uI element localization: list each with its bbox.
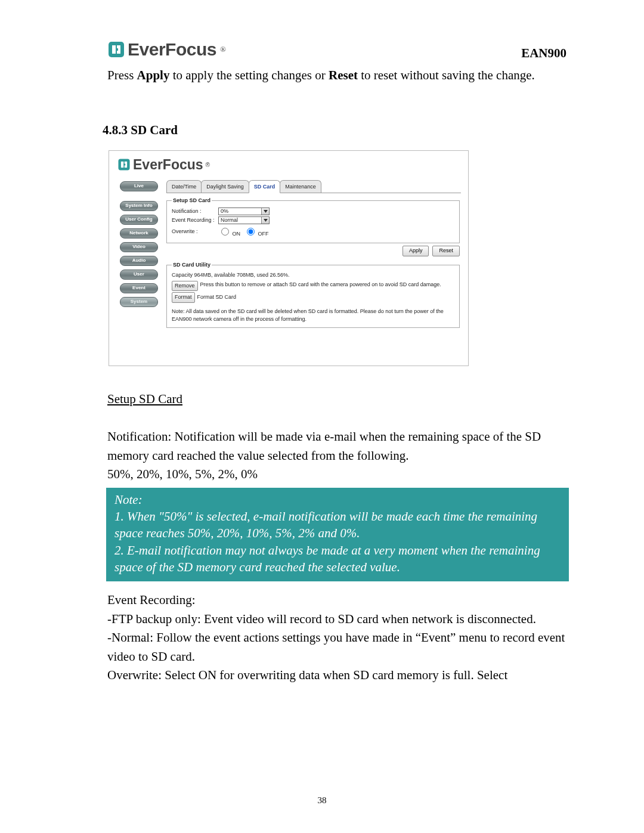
remove-button[interactable]: Remove <box>172 281 198 292</box>
sd-card-utility-panel: SD Card Utility Capacity 964MB, availabl… <box>166 261 460 328</box>
screenshot: EverFocus ® Live System Info User Config… <box>109 150 469 366</box>
capacity-line: Capacity 964MB, available 708MB, used 26… <box>172 271 454 280</box>
screenshot-sidebar: Live System Info User Config Network Vid… <box>116 180 162 330</box>
format-text: Format SD Card <box>197 293 237 302</box>
svg-rect-5 <box>121 162 123 168</box>
ftp-backup-line: -FTP backup only: Event video will recor… <box>107 610 566 629</box>
tab-sd-card[interactable]: SD Card <box>249 180 281 194</box>
note-line-1: 1. When "50%" is selected, e-mail notifi… <box>114 508 562 542</box>
overwrite-line: Overwrite: Select ON for overwriting dat… <box>107 666 566 685</box>
normal-line: -Normal: Follow the event actions settin… <box>107 628 566 666</box>
nav-event[interactable]: Event <box>120 283 158 293</box>
page-number: 38 <box>0 794 644 807</box>
remove-text: Press this button to remove or attach SD… <box>200 281 454 289</box>
brand-text: EverFocus <box>128 36 216 63</box>
model-number: EAN900 <box>521 44 566 63</box>
event-recording-select[interactable]: Normal <box>218 216 270 224</box>
notification-values: 50%, 20%, 10%, 5%, 2%, 0% <box>107 465 566 484</box>
nav-audio[interactable]: Audio <box>120 256 158 266</box>
note-title: Note: <box>114 491 562 508</box>
tab-maintenance[interactable]: Maintenance <box>280 180 321 193</box>
format-button[interactable]: Format <box>172 292 195 303</box>
notification-label: Notification : <box>172 208 218 216</box>
chevron-down-icon <box>261 208 269 215</box>
utility-legend: SD Card Utility <box>172 261 212 270</box>
everfocus-icon <box>107 41 125 58</box>
screenshot-brand-text: EverFocus <box>133 154 203 175</box>
brand-registered: ® <box>220 44 226 55</box>
tab-date-time[interactable]: Date/Time <box>166 180 202 193</box>
notification-select[interactable]: 0% <box>218 208 270 215</box>
setup-sd-card-panel: Setup SD Card Notification : 0% Event Re… <box>166 197 460 243</box>
setup-sd-legend: Setup SD Card <box>172 197 212 205</box>
section-heading: 4.8.3 SD Card <box>103 121 566 140</box>
svg-marker-9 <box>264 219 268 222</box>
screenshot-brand-reg: ® <box>206 160 210 169</box>
utility-note: Note: All data saved on the SD card will… <box>172 308 454 324</box>
chevron-down-icon <box>261 217 269 224</box>
nav-user[interactable]: User <box>120 270 158 280</box>
overwrite-on-radio[interactable]: ON <box>218 226 240 239</box>
brand-logo: EverFocus ® <box>107 36 226 63</box>
nav-network[interactable]: Network <box>120 228 158 239</box>
note-line-2: 2. E-mail notification may not always be… <box>114 542 562 576</box>
reset-button[interactable]: Reset <box>432 246 460 256</box>
event-recording-heading: Event Recording: <box>107 591 566 610</box>
nav-system[interactable]: System <box>120 297 158 307</box>
nav-system-info[interactable]: System Info <box>120 201 158 211</box>
overwrite-label: Overwrite : <box>172 228 218 236</box>
intro-text: Press Apply to apply the setting changes… <box>107 66 566 85</box>
nav-video[interactable]: Video <box>120 242 158 252</box>
nav-live[interactable]: Live <box>120 181 158 191</box>
svg-rect-7 <box>123 164 125 166</box>
setup-sd-heading: Setup SD Card <box>107 390 566 409</box>
event-recording-label: Event Recording : <box>172 216 218 225</box>
overwrite-off-radio[interactable]: OFF <box>244 226 269 239</box>
svg-rect-3 <box>116 48 118 51</box>
tabs-row: Date/Time Daylight Saving SD Card Mainte… <box>166 180 461 194</box>
note-box: Note: 1. When "50%" is selected, e-mail … <box>106 488 569 582</box>
tab-daylight-saving[interactable]: Daylight Saving <box>201 180 249 193</box>
svg-marker-8 <box>264 210 268 213</box>
notification-paragraph: Notification: Notification will be made … <box>107 428 566 465</box>
apply-button[interactable]: Apply <box>402 246 429 256</box>
nav-user-config[interactable]: User Config <box>120 215 158 225</box>
svg-rect-1 <box>112 45 116 54</box>
screenshot-everfocus-icon <box>117 158 131 171</box>
